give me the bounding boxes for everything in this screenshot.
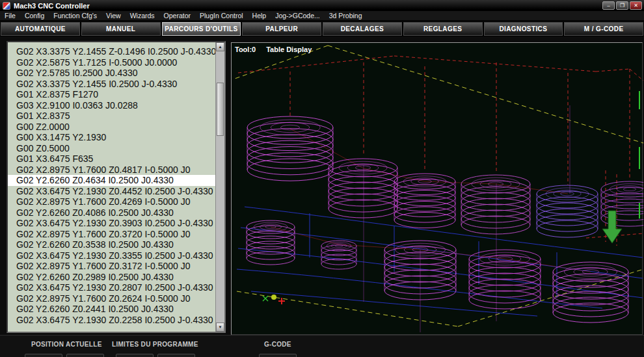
- scroll-up-icon[interactable]: ▲: [216, 42, 224, 51]
- gcode-line[interactable]: G00 Z2.0000: [8, 122, 215, 133]
- pocket-spiral-ring: [260, 120, 320, 135]
- tab-m-g-code[interactable]: M / G-CODE: [564, 22, 643, 36]
- minimize-button[interactable]: –: [602, 1, 615, 10]
- tab-diagnostics[interactable]: DIAGNOSTICS: [484, 22, 563, 36]
- gcode-line[interactable]: G02 X3.3375 Y2.1455 Z-0.1496 I0.2500 J-0…: [8, 46, 215, 57]
- tab-reglages[interactable]: REGLAGES: [403, 22, 483, 36]
- pocket-ring: [329, 176, 397, 194]
- pocket-ring: [247, 159, 333, 181]
- maximize-button[interactable]: ❐: [616, 1, 628, 10]
- menu-item-operator[interactable]: Operator: [159, 12, 195, 20]
- pocket-ring: [247, 241, 295, 254]
- pocket-ring: [601, 181, 643, 197]
- pocket-ring: [329, 194, 397, 212]
- pocket-spiral-ring: [271, 122, 309, 132]
- link-move-line: [420, 250, 505, 259]
- tab-decalages[interactable]: DECALAGES: [323, 22, 402, 36]
- origin-dot-icon: [271, 295, 276, 300]
- table-limit-line: [328, 46, 643, 143]
- pocket-ring: [469, 261, 541, 280]
- gcode-line[interactable]: G02 X3.3375 Y2.1455 I0.2500 J-0.4330: [8, 79, 215, 90]
- gcode-line[interactable]: G01 X3.6475 F635: [8, 153, 215, 165]
- gcode-list: G02 X3.3375 Y2.1455 Z-0.1496 I0.2500 J-0…: [8, 42, 215, 332]
- menu-item-plugin-control[interactable]: PlugIn Control: [195, 12, 248, 20]
- scrollbar-thumb[interactable]: [217, 83, 224, 136]
- menu-item-file[interactable]: File: [0, 12, 20, 20]
- tab-parcours-d-outils[interactable]: PARCOURS D'OUTILS: [162, 22, 241, 36]
- pocket-ring: [469, 291, 541, 309]
- gcode-line[interactable]: G02 X2.8975 Y1.7600 Z0.3172 I-0.5000 J0: [8, 261, 215, 272]
- menu-item-function-cfg-s[interactable]: Function Cfg's: [49, 12, 101, 20]
- titlebar: Mach3 CNC Controller – ❐ ✕: [0, 0, 644, 11]
- limites-programme-label: LIMITES DU PROGRAMME: [112, 341, 198, 348]
- pocket-ring: [329, 170, 397, 189]
- gcode-line[interactable]: G00 Z0.5000: [8, 143, 215, 154]
- pocket-ring: [247, 135, 333, 157]
- menu-item-config[interactable]: Config: [20, 12, 49, 20]
- dro-box: [157, 354, 195, 357]
- gcode-line[interactable]: G01 X2.8375 F1270: [8, 89, 215, 100]
- geometry-line: [238, 248, 643, 298]
- gcode-line[interactable]: G02 X2.8975 Y1.7600 Z0.2624 I-0.5000 J0: [8, 293, 215, 304]
- tab-manuel[interactable]: MANUEL: [81, 22, 161, 36]
- toolpath-canvas[interactable]: [232, 43, 643, 336]
- gcode-label: G-CODE: [264, 341, 291, 348]
- gcode-line[interactable]: G02 X2.8975 Y1.7600 Z0.4269 I-0.5000 J0: [8, 196, 215, 207]
- gcode-scrollbar[interactable]: ▲ ▼: [215, 42, 224, 332]
- menu-item-view[interactable]: View: [101, 12, 126, 20]
- pocket-spiral-ring: [339, 161, 387, 174]
- tool-position-arrow-icon: [602, 211, 622, 243]
- tab-palpeur[interactable]: PALPEUR: [242, 22, 321, 36]
- pocket-ring: [461, 187, 530, 205]
- tabbar: AUTOMATIQUEMANUELPARCOURS D'OUTILSPALPEU…: [0, 21, 644, 36]
- pocket-spiral-ring: [623, 187, 636, 191]
- gcode-line[interactable]: G02 Y2.6260 Z0.2989 I0.2500 J0.4330: [8, 272, 215, 283]
- link-move-line: [505, 259, 591, 272]
- close-button[interactable]: ✕: [630, 1, 642, 10]
- pocket-ring: [247, 246, 295, 259]
- gcode-line[interactable]: G02 Y2.5785 I0.2500 J0.4330: [8, 68, 215, 79]
- position-actuelle-label: POSITION ACTUELLE: [31, 341, 102, 348]
- scroll-down-icon[interactable]: ▼: [216, 323, 224, 332]
- window-title: Mach3 CNC Controller: [14, 2, 90, 10]
- gcode-line[interactable]: G02 Y2.6260 Z0.4086 I0.2500 J0.4330: [8, 207, 215, 218]
- pocket-ring: [247, 147, 333, 169]
- dro-box: [116, 354, 154, 357]
- gcode-line[interactable]: G02 Y2.6260 Z0.3538 I0.2500 J0.4330: [8, 239, 215, 250]
- pocket-spiral-ring: [355, 166, 370, 170]
- pocket-ring: [601, 199, 643, 215]
- menu-item-3d-probing[interactable]: 3d Probing: [325, 12, 367, 20]
- pocket-ring: [329, 200, 397, 218]
- pocket-ring: [553, 303, 628, 323]
- gcode-line-current[interactable]: G02 Y2.6260 Z0.4634 I0.2500 J0.4330: [8, 175, 215, 186]
- gcode-line[interactable]: G02 X3.6475 Y2.1930 Z0.3355 I0.2500 J-0.…: [8, 250, 215, 261]
- pocket-ring: [601, 193, 643, 209]
- rapid-move-line: [238, 56, 394, 73]
- gcode-line[interactable]: G00 X3.1475 Y2.1930: [8, 132, 215, 143]
- window-controls: – ❐ ✕: [602, 1, 644, 10]
- gcode-line[interactable]: G02 X3.6475 Y2.1930 Z0.4452 I0.2500 J-0.…: [8, 186, 215, 197]
- gcode-line[interactable]: G02 X3.6475 Y2.1930 Z0.2258 I0.2500 J-0.…: [8, 315, 215, 326]
- gcode-line[interactable]: G03 X2.9100 I0.0363 J0.0288: [8, 100, 215, 111]
- tab-automatique[interactable]: AUTOMATIQUE: [1, 22, 80, 36]
- gcode-line[interactable]: G02 Y2.6260 Z0.2441 I0.2500 J0.4330: [8, 304, 215, 315]
- display-mode-label: Table Display: [266, 46, 312, 53]
- pocket-spiral-ring: [331, 243, 347, 248]
- pocket-ring: [247, 153, 333, 175]
- pocket-ring: [247, 122, 333, 144]
- gcode-panel: G02 X3.3375 Y2.1455 Z-0.1496 I0.2500 J-0…: [7, 41, 226, 333]
- menu-item-help[interactable]: Help: [248, 12, 271, 20]
- toolpath-display[interactable]: Tool:0 Table Display: [231, 42, 643, 335]
- gcode-line[interactable]: G02 X2.8975 Y1.7600 Z0.4817 I-0.5000 J0: [8, 165, 215, 176]
- menu-item-wizards[interactable]: Wizards: [126, 12, 159, 20]
- gcode-line[interactable]: G02 X3.6475 Y2.1930 Z0.3903 I0.2500 J-0.…: [8, 218, 215, 229]
- pocket-ring: [461, 198, 530, 217]
- pocket-ring: [553, 274, 628, 293]
- gcode-line[interactable]: G02 X3.6475 Y2.1930 Z0.2807 I0.2500 J-0.…: [8, 282, 215, 293]
- pocket-ring: [469, 279, 541, 297]
- gcode-line[interactable]: G02 X2.5875 Y1.7125 I-0.5000 J0.0000: [8, 57, 215, 68]
- gcode-line[interactable]: G02 X2.8975 Y1.7600 Z0.3720 I-0.5000 J0: [8, 229, 215, 240]
- menu-item-jog-gcode[interactable]: Jog->GCode...: [271, 12, 325, 20]
- pocket-ring: [247, 140, 333, 163]
- gcode-line[interactable]: G01 X2.8375: [8, 111, 215, 122]
